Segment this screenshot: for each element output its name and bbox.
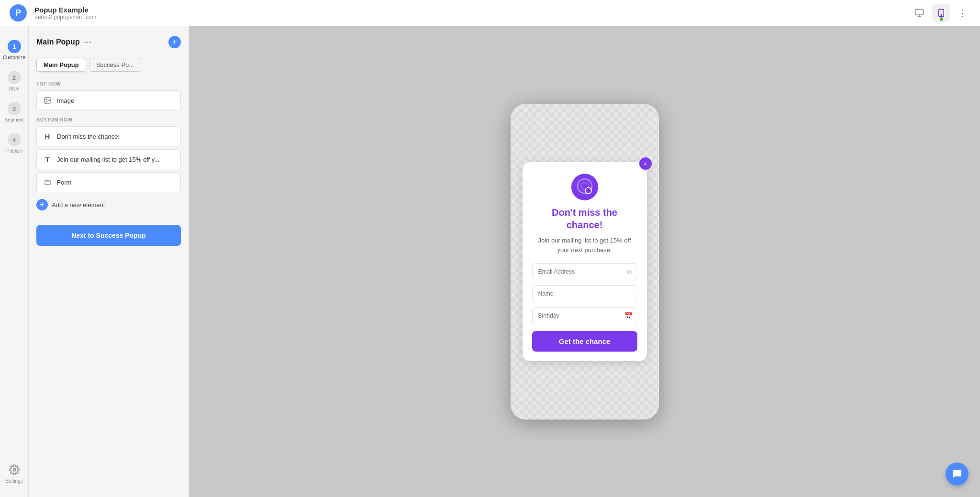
desktop-view-button[interactable] [910, 4, 928, 22]
email-input-wrap: ✉ [532, 263, 637, 280]
popup-submit-button[interactable]: Get the chance [532, 331, 637, 352]
image-element-label: Image [57, 97, 74, 104]
app-title: Popup Example [34, 6, 96, 14]
app-logo: P [10, 4, 27, 22]
popup-tabs: Main Popup Success Po... [36, 58, 181, 72]
add-element-icon: + [36, 199, 48, 210]
text-element[interactable]: T Join our mailing list to get 15% off y… [36, 149, 181, 169]
step-2-label: Style [9, 86, 19, 91]
step-1-label: Customize [3, 55, 25, 60]
step-1-circle: 1 [8, 40, 21, 53]
step-1-customize[interactable]: 1 Customize [2, 36, 27, 64]
step-2-style[interactable]: 2 Style [2, 67, 27, 95]
birthday-input[interactable] [532, 307, 637, 324]
svg-point-14 [582, 184, 587, 189]
text-element-label: Join our mailing list to get 15% off y..… [57, 156, 159, 163]
heading-element[interactable]: H Don't miss the chance! [36, 126, 181, 146]
step-3-label: Segment [4, 117, 23, 122]
panel-options-icon[interactable]: ⋯ [84, 38, 91, 47]
step-4-publish[interactable]: 4 Publish [2, 129, 27, 157]
svg-point-4 [941, 15, 942, 16]
desktop-icon [914, 8, 924, 18]
add-element-circle-button[interactable]: + [168, 36, 181, 48]
step-3-circle: 3 [8, 102, 21, 115]
svg-rect-8 [45, 180, 50, 185]
svg-point-5 [13, 468, 16, 471]
add-element-row[interactable]: + Add a new element [36, 199, 181, 210]
top-bar: P Popup Example demo2.popupsmart.com ⋮ [0, 0, 980, 26]
svg-rect-0 [915, 10, 924, 15]
step-3-segment[interactable]: 3 Segment [2, 98, 27, 126]
more-options-button[interactable]: ⋮ [954, 5, 970, 21]
form-element-icon [43, 177, 52, 187]
calendar-icon: 📅 [624, 312, 633, 320]
form-element[interactable]: Form [36, 172, 181, 192]
add-element-label: Add a new element [52, 201, 105, 209]
next-to-success-button[interactable]: Next to Success Popup [36, 225, 181, 246]
step-4-label: Publish [6, 148, 22, 154]
popup-heading: Don't miss the chance! [532, 206, 637, 231]
mobile-icon [937, 8, 946, 18]
main-area: 1 Customize 2 Style 3 Segment 4 Publish … [0, 26, 980, 497]
chat-button[interactable] [946, 463, 969, 486]
panel: Main Popup ⋯ + Main Popup Success Po... … [29, 26, 189, 497]
step-2-circle: 2 [8, 71, 21, 84]
heading-element-label: Don't miss the chance! [57, 133, 120, 140]
quill-logo-svg [571, 174, 598, 200]
panel-header: Main Popup ⋯ + [36, 36, 181, 48]
settings-item[interactable]: Settings [2, 459, 27, 487]
image-element[interactable]: Image [36, 90, 181, 110]
popup-card: × Don't miss the c [523, 162, 647, 361]
birthday-input-wrap: 📅 [532, 307, 637, 324]
svg-point-7 [46, 99, 47, 100]
heading-element-icon: H [43, 132, 52, 141]
form-element-label: Form [57, 179, 71, 186]
email-icon: ✉ [627, 268, 633, 276]
step-4-circle: 4 [8, 133, 21, 146]
mobile-view-button[interactable] [932, 4, 950, 22]
popup-subtext: Join our mailing list to get 15% off you… [532, 236, 637, 254]
name-input-wrap [532, 285, 637, 302]
more-icon: ⋮ [958, 8, 967, 18]
popup-logo [532, 174, 637, 200]
popup-close-button[interactable]: × [639, 157, 652, 170]
image-element-icon [43, 96, 52, 105]
gear-icon [9, 464, 20, 475]
canvas-area: × Don't miss the c [189, 26, 980, 497]
settings-label: Settings [5, 478, 22, 484]
tab-main-popup[interactable]: Main Popup [36, 58, 86, 72]
tab-success-popup[interactable]: Success Po... [89, 58, 141, 72]
panel-title: Main Popup ⋯ [36, 38, 91, 47]
bottom-row-label: BOTTOM ROW [36, 117, 181, 122]
phone-inner: × Don't miss the c [511, 104, 659, 420]
app-title-group: Popup Example demo2.popupsmart.com [34, 6, 96, 21]
device-switcher: ⋮ [910, 4, 970, 22]
phone-mockup: × Don't miss the c [511, 104, 659, 420]
name-input[interactable] [532, 285, 637, 302]
email-input[interactable] [532, 263, 637, 280]
step-sidebar: 1 Customize 2 Style 3 Segment 4 Publish … [0, 26, 29, 497]
app-subtitle: demo2.popupsmart.com [34, 14, 96, 21]
top-row-label: TOP ROW [36, 81, 181, 87]
text-element-icon: T [43, 155, 52, 164]
chat-icon [951, 468, 963, 480]
